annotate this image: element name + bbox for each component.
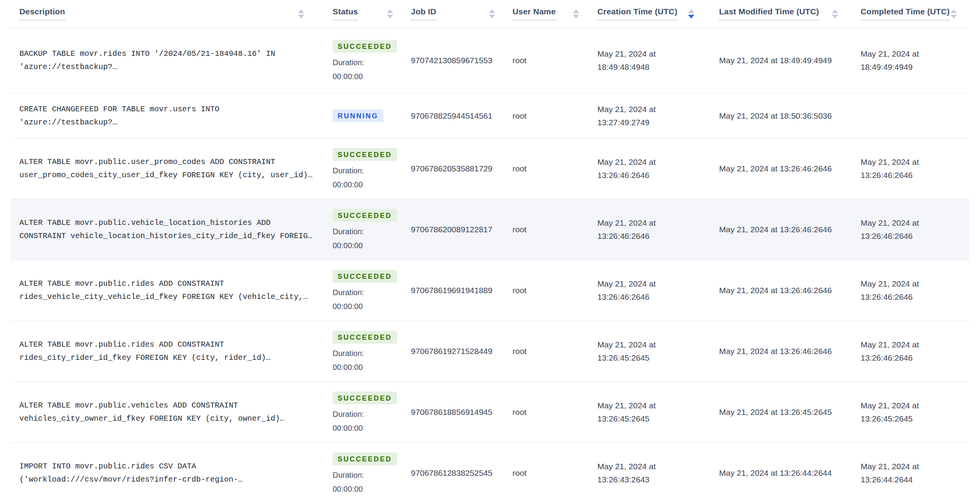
sort-icon[interactable]: [573, 9, 579, 19]
column-header-creation-time[interactable]: Creation Time (UTC): [586, 0, 708, 28]
column-header-status[interactable]: Status: [323, 0, 400, 28]
sort-down-arrow: [832, 15, 838, 19]
status-badge: SUCCEEDED: [333, 209, 397, 222]
job-id: 970678619271528449: [411, 345, 492, 358]
column-label: Description: [19, 7, 65, 21]
sort-down-arrow: [298, 15, 304, 19]
job-description-link[interactable]: IMPORT INTO movr.public.rides CSV DATA (…: [19, 460, 243, 486]
user-name: root: [512, 406, 526, 419]
creation-time: May 21, 2024 at 13:26:46:2646: [586, 260, 708, 321]
sort-up-arrow: [688, 9, 694, 13]
sort-up-arrow: [489, 9, 495, 13]
status-cell: SUCCEEDED Duration: 00:00:00: [323, 443, 400, 501]
status-badge: RUNNING: [333, 109, 383, 122]
column-label: Last Modified Time (UTC): [719, 7, 819, 21]
duration-value: 00:00:00: [333, 302, 363, 311]
table-row[interactable]: ALTER TABLE movr.public.vehicle_location…: [11, 199, 969, 260]
completed-time: May 21, 2024 at 13:26:46:2646: [850, 138, 969, 199]
job-description-link[interactable]: ALTER TABLE movr.public.vehicle_location…: [19, 216, 312, 243]
duration-label: Duration:: [333, 349, 364, 358]
status-cell: SUCCEEDED Duration: 00:00:00: [323, 382, 400, 442]
sort-down-arrow: [951, 15, 957, 19]
status-cell: SUCCEEDED Duration: 00:00:00: [323, 199, 400, 260]
column-header-completed-time[interactable]: Completed Time (UTC): [850, 0, 969, 28]
table-row[interactable]: ALTER TABLE movr.public.rides ADD CONSTR…: [11, 260, 969, 321]
duration-label: Duration:: [333, 58, 364, 67]
sort-icon[interactable]: [951, 9, 957, 19]
sort-up-arrow: [298, 9, 304, 13]
column-label: User Name: [512, 7, 556, 21]
sort-down-arrow: [573, 15, 579, 19]
duration-value: 00:00:00: [333, 363, 363, 372]
table-row[interactable]: ALTER TABLE movr.public.rides ADD CONSTR…: [11, 321, 969, 382]
table-row[interactable]: IMPORT INTO movr.public.rides CSV DATA (…: [11, 443, 969, 501]
status-badge: SUCCEEDED: [333, 453, 397, 465]
description-line: ALTER TABLE movr.public.vehicle_location…: [19, 216, 312, 230]
sort-icon[interactable]: [688, 9, 694, 19]
job-description-link[interactable]: BACKUP TABLE movr.rides INTO '/2024/05/2…: [19, 47, 275, 74]
creation-time: May 21, 2024 at 13:26:46:2646: [586, 138, 708, 199]
last-modified-time: May 21, 2024 at 13:26:44:2644: [708, 443, 850, 501]
sort-down-arrow: [688, 15, 694, 19]
status-badge: SUCCEEDED: [333, 392, 397, 404]
sort-icon[interactable]: [832, 9, 838, 19]
description-line: rides_city_rider_id_fkey FOREIGN KEY (ci…: [19, 351, 271, 365]
status-badge: SUCCEEDED: [333, 148, 397, 161]
description-line: ('workload:///csv/movr/rides?infer-crdb-…: [19, 473, 243, 486]
job-id: 970678618856914945: [411, 406, 492, 419]
last-modified-time: May 21, 2024 at 18:50:36:5036: [708, 93, 850, 138]
column-header-user-name[interactable]: User Name: [502, 0, 586, 28]
table-row[interactable]: ALTER TABLE movr.public.user_promo_codes…: [11, 138, 969, 199]
duration-label: Duration:: [333, 227, 364, 236]
sort-up-arrow: [573, 9, 579, 13]
completed-time: May 21, 2024 at 13:26:44:2644: [850, 443, 969, 501]
description-line: 'azure://testbackup?…: [19, 116, 219, 129]
user-name: root: [512, 223, 526, 236]
user-name: root: [512, 54, 526, 67]
job-description-link[interactable]: ALTER TABLE movr.public.user_promo_codes…: [19, 155, 312, 182]
column-header-job-id[interactable]: Job ID: [400, 0, 502, 28]
column-header-description[interactable]: Description: [11, 0, 323, 28]
description-line: CONSTRAINT vehicle_location_histories_ci…: [19, 230, 312, 243]
user-name: root: [512, 109, 526, 123]
description-line: 'azure://testbackup?…: [19, 60, 275, 74]
sort-icon[interactable]: [489, 9, 495, 19]
description-line: BACKUP TABLE movr.rides INTO '/2024/05/2…: [19, 47, 275, 60]
jobs-table: Description Status Job ID User Name: [11, 0, 969, 501]
creation-time: May 21, 2024 at 13:26:43:2643: [586, 443, 708, 501]
creation-time: May 21, 2024 at 18:49:48:4948: [586, 28, 708, 93]
job-description-link[interactable]: CREATE CHANGEFEED FOR TABLE movr.users I…: [19, 103, 219, 129]
duration-value: 00:00:00: [333, 241, 363, 250]
last-modified-time: May 21, 2024 at 13:26:45:2645: [708, 382, 850, 442]
column-header-last-modified-time[interactable]: Last Modified Time (UTC): [708, 0, 850, 28]
sort-up-arrow: [832, 9, 838, 13]
status-badge: SUCCEEDED: [333, 331, 397, 344]
column-label: Creation Time (UTC): [597, 7, 677, 21]
sort-down-arrow: [489, 15, 495, 19]
column-label: Completed Time (UTC): [861, 7, 950, 21]
status-cell: SUCCEEDED Duration: 00:00:00: [323, 260, 400, 321]
completed-time: May 21, 2024 at 13:26:46:2646: [850, 199, 969, 260]
user-name: root: [512, 284, 526, 297]
completed-time: [850, 93, 969, 138]
status-cell: SUCCEEDED Duration: 00:00:00: [323, 28, 400, 93]
creation-time: May 21, 2024 at 13:26:45:2645: [586, 321, 708, 382]
table-row[interactable]: CREATE CHANGEFEED FOR TABLE movr.users I…: [11, 93, 969, 138]
table-header-row: Description Status Job ID User Name: [11, 0, 969, 28]
duration-label: Duration:: [333, 166, 364, 175]
sort-icon[interactable]: [298, 9, 304, 19]
table-row[interactable]: BACKUP TABLE movr.rides INTO '/2024/05/2…: [11, 28, 969, 93]
status-cell: RUNNING: [323, 93, 400, 138]
job-id: 970678619691941889: [411, 284, 492, 297]
duration-label: Duration:: [333, 471, 364, 480]
user-name: root: [512, 345, 526, 358]
column-label: Status: [333, 7, 358, 21]
duration-label: Duration:: [333, 410, 364, 419]
table-row[interactable]: ALTER TABLE movr.public.vehicles ADD CON…: [11, 382, 969, 443]
status-cell: SUCCEEDED Duration: 00:00:00: [323, 321, 400, 382]
sort-icon[interactable]: [387, 9, 393, 19]
job-description-link[interactable]: ALTER TABLE movr.public.rides ADD CONSTR…: [19, 277, 308, 304]
job-description-link[interactable]: ALTER TABLE movr.public.rides ADD CONSTR…: [19, 338, 271, 365]
job-description-link[interactable]: ALTER TABLE movr.public.vehicles ADD CON…: [19, 399, 285, 425]
last-modified-time: May 21, 2024 at 18:49:49:4949: [708, 28, 850, 93]
